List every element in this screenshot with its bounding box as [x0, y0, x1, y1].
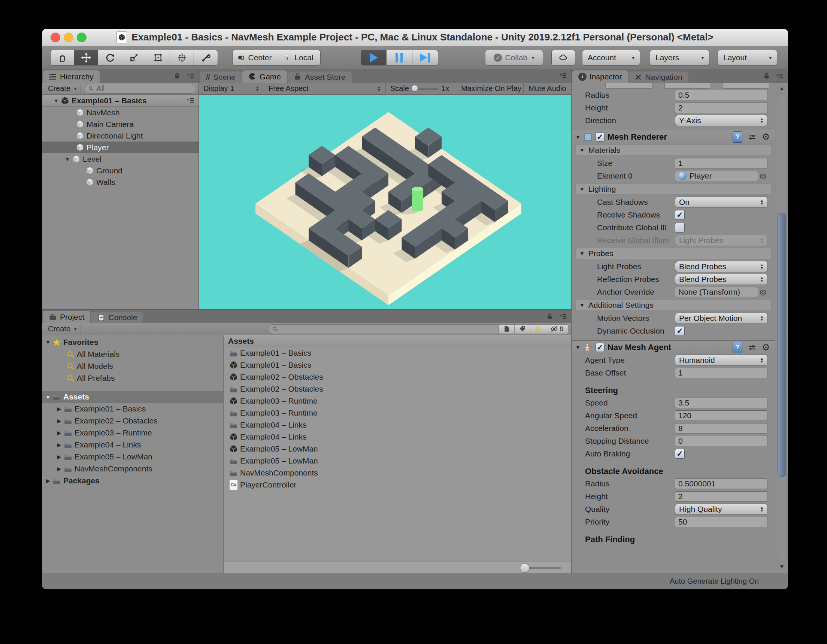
scene-row[interactable]: ▼ Example01 – Basics — [42, 95, 198, 107]
preset-icon[interactable] — [747, 133, 757, 141]
game-viewport[interactable] — [199, 95, 571, 309]
tab-asset-store[interactable]: Asset Store — [288, 72, 352, 83]
avoidance-radius-input[interactable] — [675, 479, 768, 489]
element0-object-field[interactable]: Player — [675, 171, 758, 181]
zoom-window-button[interactable] — [77, 33, 86, 42]
scene-menu-icon[interactable] — [186, 97, 195, 104]
contribute-gi-checkbox[interactable] — [675, 223, 685, 232]
auto-generate-lighting-status[interactable]: Auto Generate Lighting On — [670, 577, 759, 586]
tree-folder-navmeshcomponents[interactable]: ▶ NavMeshComponents — [42, 463, 223, 475]
tab-game[interactable]: Game — [242, 70, 287, 83]
scrollbar-thumb[interactable] — [777, 213, 786, 477]
scrollbar-track[interactable] — [777, 93, 787, 562]
asset-item[interactable]: Example02 – Obstacles — [224, 371, 571, 383]
hierarchy-item-directional-light[interactable]: Directional Light — [42, 130, 198, 142]
auto-braking-checkbox[interactable]: ✓ — [675, 449, 685, 458]
stopping-distance-input[interactable] — [675, 436, 768, 446]
pane-menu-icon[interactable] — [559, 313, 568, 320]
hierarchy-item-level[interactable]: ▼ Level — [42, 153, 198, 165]
hierarchy-item-main-camera[interactable]: Main Camera — [42, 119, 198, 130]
favorites-row[interactable]: ▼ Favorites — [42, 336, 223, 348]
receive-shadows-checkbox[interactable]: ✓ — [675, 210, 685, 220]
object-picker-icon[interactable]: ◎ — [758, 172, 768, 181]
lock-icon[interactable] — [763, 72, 771, 80]
hierarchy-item-ground[interactable]: Ground — [42, 165, 198, 176]
hierarchy-create-button[interactable]: Create ▾ — [44, 84, 81, 94]
foldout-arrow-icon[interactable]: ▼ — [579, 186, 585, 192]
motion-vectors-dropdown[interactable]: Per Object Motion▲▼ — [675, 313, 768, 324]
scale-slider-thumb[interactable] — [411, 85, 418, 92]
collider-radius-input[interactable] — [675, 90, 768, 100]
angular-speed-input[interactable] — [675, 410, 768, 421]
scroll-up-arrow[interactable]: ▲ — [777, 85, 787, 92]
tab-hierarchy[interactable]: Hierarchy — [43, 70, 100, 83]
scale-slider[interactable] — [412, 87, 438, 90]
search-by-type-button[interactable] — [499, 324, 515, 334]
speed-input[interactable] — [675, 398, 768, 408]
asset-item[interactable]: C#PlayerController — [224, 479, 571, 491]
preset-icon[interactable] — [747, 343, 757, 352]
project-create-button[interactable]: Create ▾ — [44, 324, 81, 334]
direction-dropdown[interactable]: Y-Axis▲▼ — [675, 115, 768, 126]
foldout-arrow-icon[interactable]: ▼ — [575, 134, 580, 140]
hierarchy-search-input[interactable] — [96, 84, 192, 93]
title-bar[interactable]: Example01 - Basics - NavMesh Example Pro… — [42, 29, 788, 46]
priority-input[interactable] — [675, 517, 768, 527]
tab-scene[interactable]: # Scene — [200, 72, 242, 83]
materials-foldout[interactable]: ▼ Materials — [575, 145, 772, 156]
foldout-arrow-icon[interactable]: ▼ — [575, 345, 580, 351]
help-icon[interactable]: ? — [733, 131, 742, 143]
lighting-foldout[interactable]: ▼ Lighting — [575, 184, 772, 195]
pane-menu-icon[interactable] — [186, 72, 195, 80]
probes-foldout[interactable]: ▼ Probes — [575, 248, 772, 259]
play-button[interactable] — [361, 50, 387, 65]
tab-navigation[interactable]: Navigation — [629, 72, 688, 83]
tree-folder-example03[interactable]: ▶ Example03 – Runtime — [42, 427, 223, 439]
object-picker-icon[interactable]: ◎ — [758, 288, 768, 296]
scroll-down-arrow[interactable]: ▼ — [777, 563, 787, 571]
hand-tool-button[interactable] — [50, 50, 74, 65]
foldout-arrow-icon[interactable]: ▼ — [579, 147, 585, 153]
project-search-input[interactable] — [281, 324, 531, 333]
acceleration-input[interactable] — [675, 423, 768, 433]
tab-console[interactable]: Console — [91, 312, 143, 323]
layout-dropdown[interactable]: Layout▾ — [718, 50, 777, 65]
dynamic-occlusion-checkbox[interactable]: ✓ — [675, 326, 685, 336]
help-icon[interactable]: ? — [733, 342, 742, 353]
asset-item[interactable]: Example02 – Obstacles — [224, 383, 571, 395]
asset-item[interactable]: Example03 – Runtime — [224, 407, 571, 419]
save-search-button[interactable] — [531, 324, 546, 334]
tab-inspector[interactable]: i Inspector — [572, 70, 628, 83]
mesh-renderer-enabled-checkbox[interactable]: ✓ — [596, 133, 604, 142]
foldout-arrow-icon[interactable]: ▶ — [55, 418, 63, 424]
nav-mesh-agent-header[interactable]: ▼ ✓ Nav Mesh Agent ? ⚙ — [571, 340, 776, 354]
favorite-all-materials[interactable]: All Materials — [42, 348, 223, 360]
light-probes-dropdown[interactable]: Blend Probes▲▼ — [675, 261, 768, 272]
foldout-arrow-icon[interactable]: ▶ — [55, 466, 63, 472]
search-by-label-button[interactable] — [515, 324, 531, 334]
materials-size-input[interactable] — [675, 158, 768, 168]
foldout-arrow-icon[interactable]: ▼ — [579, 302, 585, 308]
foldout-arrow-icon[interactable]: ▶ — [55, 454, 63, 460]
minimize-window-button[interactable] — [64, 33, 73, 42]
layers-dropdown[interactable]: Layers▾ — [650, 50, 709, 65]
foldout-arrow-icon[interactable]: ▶ — [44, 478, 51, 484]
scale-tool-button[interactable] — [122, 50, 146, 65]
nav-mesh-agent-enabled-checkbox[interactable]: ✓ — [596, 343, 604, 352]
foldout-arrow-icon[interactable]: ▼ — [52, 98, 60, 104]
foldout-arrow-icon[interactable]: ▶ — [55, 430, 63, 436]
maximize-on-play-button[interactable]: Maximize On Play — [459, 83, 524, 94]
cloud-services-button[interactable] — [551, 50, 575, 65]
favorite-all-models[interactable]: All Models — [42, 360, 223, 372]
lock-icon[interactable] — [173, 72, 181, 80]
gear-icon[interactable]: ⚙ — [762, 131, 770, 142]
foldout-arrow-icon[interactable]: ▼ — [44, 339, 51, 345]
additional-settings-foldout[interactable]: ▼ Additional Settings — [575, 299, 772, 311]
packages-row[interactable]: ▶ Packages — [42, 475, 223, 487]
tree-folder-example05[interactable]: ▶ Example05 – LowMan — [42, 451, 223, 463]
asset-item[interactable]: NavMeshComponents — [224, 467, 571, 479]
foldout-arrow-icon[interactable]: ▼ — [579, 251, 585, 256]
zoom-slider-thumb[interactable] — [520, 563, 530, 573]
tree-folder-example02[interactable]: ▶ Example02 – Obstacles — [42, 415, 223, 427]
asset-item[interactable]: Example05 – LowMan — [224, 455, 571, 467]
